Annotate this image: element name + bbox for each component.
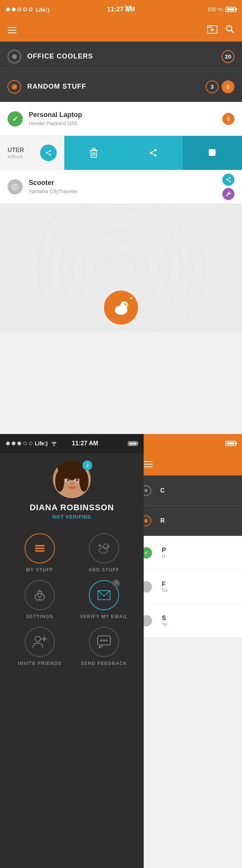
ham-line-1 [8, 27, 17, 28]
my-stuff-icon [33, 542, 46, 555]
side-group-c-letter: C [160, 487, 165, 494]
delete-action-button[interactable] [64, 136, 124, 170]
svg-line-19 [152, 151, 155, 152]
laptop-name: Personal Laptop [29, 111, 222, 119]
side-hamburger-button[interactable] [144, 461, 153, 467]
computer-partial-sub: erBook [8, 154, 40, 159]
stuff-item-scooter[interactable]: Scooter Yamaha CityTraveler [0, 170, 242, 204]
side-s-sub: Ya [162, 622, 237, 627]
scooter-share-button[interactable] [222, 174, 234, 186]
avatar-badge: J [82, 460, 92, 470]
group-name-office: OFFICE COOLERS [27, 52, 222, 60]
invite-friends-circle [25, 627, 55, 657]
profile-header: J DIANA ROBINSSON NOT VERIFIED [0, 453, 144, 526]
invite-friends-icon [33, 636, 47, 648]
check-icon: ✓ [12, 114, 19, 123]
stuff-item-laptop[interactable]: ✓ Personal Laptop Hewlet Packard G50 5 [0, 102, 242, 136]
svg-point-43 [67, 479, 69, 481]
profile-panel: Life:) 11:27 AM [0, 434, 144, 868]
screen-top: Life:) 11:27 AM 100 % [0, 0, 242, 434]
svg-line-18 [152, 154, 155, 155]
settings-circle [25, 580, 55, 610]
side-group-r[interactable]: R [136, 506, 242, 536]
svg-point-32 [126, 305, 129, 306]
random-count-2: 5 [222, 80, 234, 93]
add-stuff-icon [96, 541, 112, 556]
p-carrier: Life:) [35, 440, 48, 446]
svg-point-64 [103, 640, 105, 642]
share-action-button[interactable] [124, 136, 183, 170]
badges-group: 3 5 [206, 80, 234, 93]
side-s-name: S [162, 615, 237, 622]
side-p-sub: H [162, 554, 237, 559]
top-toolbar [0, 19, 242, 42]
menu-item-add-stuff[interactable]: ADD STUFF [76, 533, 132, 573]
my-stuff-label: MY STUFF [26, 567, 53, 573]
p-signal-dots [6, 442, 33, 445]
group-random-stuff[interactable]: RANDOM STUFF 3 5 [0, 72, 242, 102]
send-feedback-label: SEND FEEDBACK [81, 661, 127, 666]
svg-rect-49 [35, 545, 45, 546]
scooter-sub: Yamaha CityTraveler [29, 188, 222, 194]
duck-icon [112, 298, 130, 317]
svg-point-46 [77, 479, 78, 480]
battery-icon [225, 7, 236, 12]
signal-dots [6, 8, 33, 11]
side-stuff-p[interactable]: ✓ P H [136, 536, 242, 570]
feedback-icon [97, 636, 111, 648]
computer-share-circle[interactable] [40, 145, 57, 161]
scooter-settings-button[interactable] [222, 188, 234, 200]
settings-label: SETTINGS [26, 614, 53, 619]
svg-point-17 [154, 154, 157, 157]
side-stuff-s[interactable]: S Ya [136, 604, 242, 638]
svg-point-52 [99, 547, 107, 553]
side-battery [225, 441, 236, 446]
carrier-name: Life:) [36, 6, 50, 13]
verify-email-circle: ? [89, 580, 119, 610]
search-button[interactable] [225, 25, 234, 36]
dot-3 [17, 8, 21, 11]
edit-action-button[interactable] [183, 136, 242, 170]
toolbar-right [207, 24, 234, 36]
profile-menu-grid: MY STUFF ADD STUFF [0, 526, 144, 674]
office-count-badge: 20 [222, 50, 234, 63]
svg-line-29 [228, 178, 230, 179]
inner-dot [12, 54, 17, 59]
side-p-info: P H [162, 547, 237, 559]
menu-item-settings[interactable]: SETTINGS [11, 580, 68, 619]
svg-point-48 [68, 486, 75, 489]
svg-line-9 [47, 151, 49, 152]
svg-point-5 [49, 150, 51, 152]
menu-item-invite-friends[interactable]: INVITE FRIENDS [11, 627, 68, 666]
add-stuff-label: ADD STUFF [88, 567, 119, 573]
status-left: Life:) [6, 6, 50, 13]
my-stuff-circle [25, 533, 55, 563]
plus-icon: + [130, 295, 133, 301]
settings-icon [33, 589, 46, 602]
side-f-info: F Sa [162, 581, 237, 593]
svg-point-27 [229, 180, 231, 182]
laptop-count: 5 [222, 113, 234, 125]
group-office-coolers[interactable]: OFFICE COOLERS 20 [0, 42, 242, 72]
battery-fill [227, 8, 234, 11]
action-buttons [64, 136, 242, 170]
svg-point-65 [106, 640, 108, 642]
add-folder-button[interactable] [207, 24, 218, 36]
status-bar-top: Life:) 11:27 AM 100 % [0, 0, 242, 19]
menu-item-send-feedback[interactable]: SEND FEEDBACK [76, 627, 132, 666]
side-stuff-f[interactable]: F Sa [136, 570, 242, 604]
screen-bottom: C R ✓ P H F Sa [0, 434, 242, 868]
hamburger-menu-button[interactable] [8, 27, 17, 33]
svg-point-15 [154, 149, 157, 151]
side-group-c[interactable]: C [136, 476, 242, 506]
svg-rect-50 [35, 548, 45, 549]
svg-point-47 [70, 483, 73, 485]
menu-item-my-stuff[interactable]: MY STUFF [11, 533, 68, 573]
menu-item-verify-email[interactable]: ? VERIFY MY EMAIL [76, 580, 132, 619]
side-p-name: P [162, 547, 237, 554]
add-stuff-circle [89, 533, 119, 563]
p-time: 11:27 AM [72, 440, 98, 447]
laptop-info: Personal Laptop Hewlet Packard G50 [29, 111, 222, 126]
stuff-item-computer-partial[interactable]: UTER erBook [0, 136, 64, 170]
add-stuff-button[interactable]: + [104, 291, 138, 325]
